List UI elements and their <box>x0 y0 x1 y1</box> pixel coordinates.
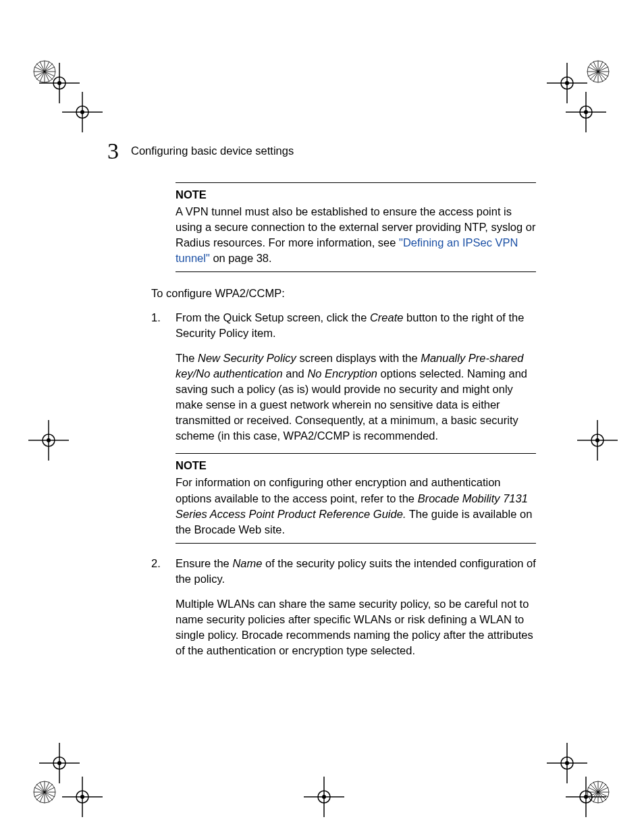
text: From the Quick Setup screen, click the <box>176 311 370 323</box>
chapter-number: 3 <box>107 135 119 167</box>
step-body: From the Quick Setup screen, click the C… <box>176 310 536 341</box>
crop-mark-icon <box>577 420 618 461</box>
svg-point-16 <box>80 110 84 114</box>
starburst-icon <box>32 59 57 84</box>
note-heading: NOTE <box>176 187 536 203</box>
crop-mark-icon <box>62 777 103 817</box>
note-body: A VPN tunnel must also be established to… <box>176 204 536 266</box>
svg-point-41 <box>595 438 599 442</box>
svg-point-66 <box>565 761 569 765</box>
starburst-icon <box>32 780 57 804</box>
svg-point-33 <box>584 110 588 114</box>
italic-text: Create <box>370 311 404 323</box>
lead-paragraph: To configure WPA2/CCMP: <box>151 286 536 301</box>
italic-text: Name <box>232 557 262 569</box>
svg-point-45 <box>57 761 61 765</box>
crop-mark-icon <box>566 92 606 132</box>
step-body: Ensure the Name of the security policy s… <box>176 556 536 587</box>
step-number: 1. <box>151 310 176 341</box>
italic-text: New Security Policy <box>198 352 296 364</box>
svg-point-62 <box>322 795 326 799</box>
chapter-title: Configuring basic device settings <box>131 143 294 159</box>
text: Ensure the <box>176 557 232 569</box>
svg-point-3 <box>57 81 61 85</box>
step-1: 1. From the Quick Setup screen, click th… <box>151 310 536 341</box>
step-number: 2. <box>151 556 176 587</box>
crop-mark-icon <box>62 92 103 132</box>
page-content: NOTE A VPN tunnel must also be establish… <box>151 182 536 668</box>
crop-mark-icon <box>28 420 69 461</box>
note-box-guide: NOTE For information on configuring othe… <box>176 453 536 543</box>
crop-mark-icon <box>566 777 606 817</box>
page-header: 3 Configuring basic device settings <box>107 135 294 167</box>
text: screen displays with the <box>296 352 421 364</box>
note-box-vpn: NOTE A VPN tunnel must also be establish… <box>176 182 536 272</box>
italic-text: No Encryption <box>307 367 377 380</box>
svg-point-58 <box>80 795 84 799</box>
svg-point-20 <box>565 81 569 85</box>
note-heading: NOTE <box>176 458 536 473</box>
svg-point-37 <box>47 438 51 442</box>
text: and <box>283 367 308 380</box>
step-2-detail: Multiple WLANs can share the same securi… <box>176 596 536 658</box>
svg-point-79 <box>584 795 588 799</box>
starburst-icon <box>586 59 610 84</box>
step-1-detail: The New Security Policy screen displays … <box>176 350 536 444</box>
crop-mark-icon <box>304 777 344 817</box>
text: The <box>176 352 198 364</box>
note-body: For information on configuring other enc… <box>176 475 536 537</box>
note-text-after: on page 38. <box>210 252 272 264</box>
step-2: 2. Ensure the Name of the security polic… <box>151 556 536 587</box>
